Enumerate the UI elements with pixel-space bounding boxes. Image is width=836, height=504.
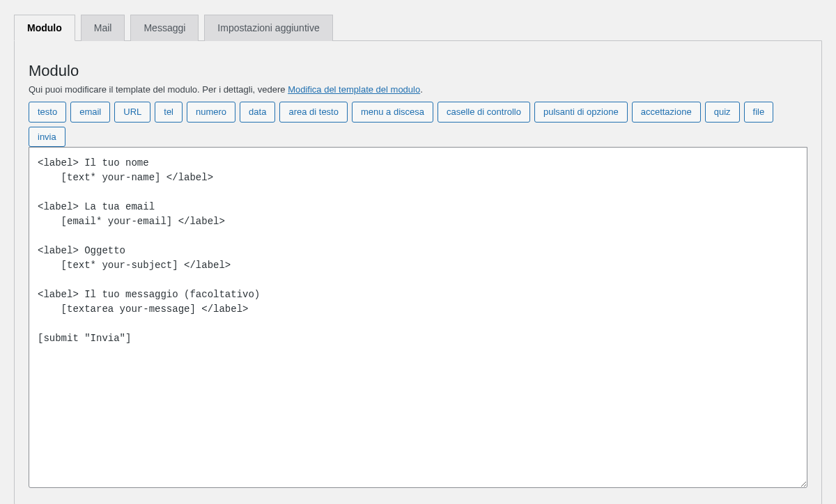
desc-text: Qui puoi modificare il template del modu… (29, 84, 288, 95)
tab-bar: Modulo Mail Messaggi Impostazioni aggiun… (14, 15, 822, 41)
section-description: Qui puoi modificare il template del modu… (29, 84, 807, 95)
tag-button-tel[interactable]: tel (155, 102, 183, 123)
tag-button-url[interactable]: URL (114, 102, 150, 123)
tag-button-testo[interactable]: testo (29, 102, 66, 123)
tag-button-accettazione[interactable]: accettazione (632, 102, 701, 123)
tag-button-email[interactable]: email (70, 102, 110, 123)
panel-modulo: Modulo Qui puoi modificare il template d… (14, 40, 822, 504)
tab-modulo[interactable]: Modulo (14, 15, 75, 41)
tag-button-file[interactable]: file (744, 102, 774, 123)
form-template-textarea[interactable] (29, 147, 807, 488)
tag-button-invia[interactable]: invia (29, 127, 65, 148)
tag-button-pulsanti-di-opzione[interactable]: pulsanti di opzione (534, 102, 628, 123)
tag-button-numero[interactable]: numero (187, 102, 235, 123)
tag-button-area-di-testo[interactable]: area di testo (279, 102, 348, 123)
tag-generator-row: testo email URL tel numero data area di … (29, 102, 807, 147)
tag-button-menu-a-discesa[interactable]: menu a discesa (352, 102, 433, 123)
tag-button-data[interactable]: data (240, 102, 275, 123)
tab-messaggi[interactable]: Messaggi (130, 15, 199, 41)
tab-impostazioni-aggiuntive[interactable]: Impostazioni aggiuntive (204, 15, 332, 41)
desc-link[interactable]: Modifica del template del modulo (288, 84, 420, 95)
tag-button-quiz[interactable]: quiz (705, 102, 740, 123)
section-heading: Modulo (29, 62, 807, 80)
tag-button-caselle-di-controllo[interactable]: caselle di controllo (438, 102, 530, 123)
tab-mail[interactable]: Mail (81, 15, 125, 41)
desc-suffix: . (420, 84, 423, 95)
